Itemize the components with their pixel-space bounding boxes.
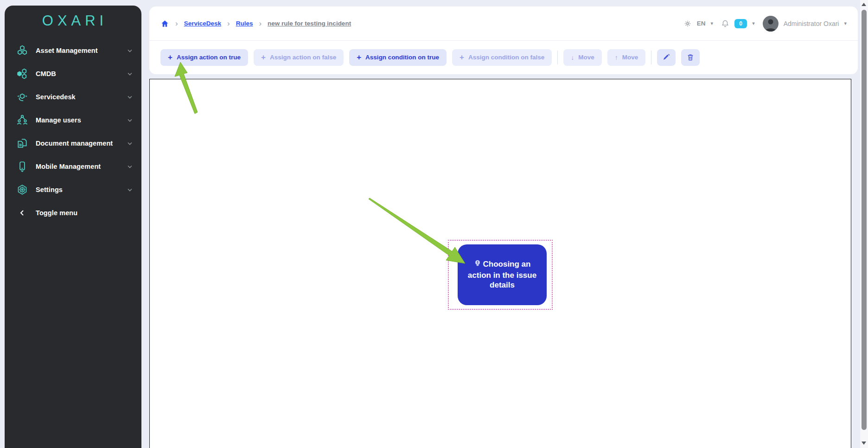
- plus-icon: +: [168, 53, 172, 61]
- sidebar-item-settings[interactable]: Settings: [9, 178, 137, 201]
- sidebar-item-label: Asset Management: [36, 47, 98, 54]
- breadcrumb: › ServiceDesk › Rules › new rule for tes…: [160, 19, 351, 28]
- gear-icon[interactable]: [683, 19, 692, 28]
- assign-action-on-false-button[interactable]: + Assign action on false: [254, 49, 344, 66]
- sidebar-item-cmdb[interactable]: CMDB: [9, 62, 137, 85]
- button-label: Assign action on true: [177, 54, 241, 61]
- chevron-down-icon: [128, 72, 132, 76]
- move-up-button[interactable]: ↑ Move: [607, 49, 646, 66]
- breadcrumb-link-rules[interactable]: Rules: [236, 20, 253, 27]
- avatar[interactable]: [763, 16, 779, 32]
- toggle-menu-button[interactable]: Toggle menu: [9, 201, 137, 224]
- chevron-down-icon: [128, 142, 132, 145]
- user-name[interactable]: Administrator Oxari: [784, 20, 839, 27]
- caret-down-icon[interactable]: ▾: [844, 20, 847, 26]
- document-management-icon: [16, 137, 28, 150]
- breadcrumb-separator: ›: [175, 19, 178, 27]
- assign-action-on-true-button[interactable]: + Assign action on true: [160, 49, 248, 66]
- assign-condition-on-false-button[interactable]: + Assign condition on false: [452, 49, 552, 66]
- sidebar: OXARI Asset Management CMDB: [5, 6, 141, 448]
- breadcrumb-current[interactable]: new rule for testing incident: [268, 20, 351, 27]
- toggle-menu-label: Toggle menu: [36, 209, 77, 217]
- sidebar-item-servicedesk[interactable]: Servicedesk: [9, 85, 137, 109]
- breadcrumb-link-servicedesk[interactable]: ServiceDesk: [184, 20, 221, 27]
- chevron-down-icon: [128, 165, 132, 168]
- plus-icon: +: [460, 53, 464, 61]
- breadcrumb-separator: ›: [259, 19, 262, 27]
- sidebar-item-label: Manage users: [36, 116, 81, 124]
- chevron-left-icon: [16, 207, 28, 219]
- chevron-down-icon: [128, 49, 132, 52]
- arrow-up-icon: ↑: [615, 54, 618, 61]
- settings-icon: [16, 184, 28, 196]
- scrollbar-thumb[interactable]: [862, 10, 867, 430]
- sidebar-item-label: CMDB: [36, 70, 56, 77]
- action-node-text: Choosing an action in the issue details: [464, 259, 540, 290]
- top-card: › ServiceDesk › Rules › new rule for tes…: [149, 6, 858, 74]
- chevron-down-icon: [128, 188, 132, 192]
- manage-users-icon: [16, 114, 28, 127]
- breadcrumb-separator: ›: [227, 19, 230, 27]
- toolbar-divider: [651, 51, 651, 64]
- servicedesk-icon: [16, 91, 28, 103]
- move-down-button[interactable]: ↓ Move: [563, 49, 602, 66]
- scroll-up-arrow[interactable]: [862, 3, 866, 6]
- toolbar-divider: [557, 51, 558, 64]
- assign-condition-on-true-button[interactable]: + Assign condition on true: [349, 49, 447, 66]
- sidebar-item-document-management[interactable]: Document management: [9, 132, 137, 155]
- header-actions: EN ▾ 0 ▾ Administrator Oxari ▾: [683, 16, 847, 32]
- scroll-down-arrow[interactable]: [862, 442, 866, 445]
- sidebar-item-asset-management[interactable]: Asset Management: [9, 39, 137, 62]
- mobile-management-icon: [16, 160, 28, 173]
- bell-icon[interactable]: [721, 19, 729, 28]
- edit-button[interactable]: [657, 49, 676, 66]
- chevron-down-icon: [128, 96, 132, 99]
- language-selector[interactable]: EN: [697, 20, 706, 27]
- toolbar: + Assign action on true + Assign action …: [149, 41, 858, 74]
- delete-button[interactable]: [681, 49, 700, 66]
- breadcrumb-row: › ServiceDesk › Rules › new rule for tes…: [149, 6, 858, 41]
- trash-icon: [687, 53, 694, 61]
- sidebar-item-mobile-management[interactable]: Mobile Management: [9, 155, 137, 178]
- plus-icon: +: [261, 53, 266, 61]
- vertical-scrollbar[interactable]: [860, 0, 868, 448]
- sidebar-item-label: Servicedesk: [36, 93, 76, 101]
- button-label: Assign action on false: [270, 54, 336, 61]
- sidebar-item-label: Settings: [36, 186, 63, 193]
- button-label: Assign condition on false: [468, 54, 544, 61]
- plus-icon: +: [357, 53, 361, 61]
- sidebar-item-label: Document management: [36, 140, 113, 147]
- button-label: Assign condition on true: [365, 54, 439, 61]
- caret-down-icon[interactable]: ▾: [711, 20, 714, 26]
- sidebar-item-label: Mobile Management: [36, 163, 101, 170]
- button-label: Move: [578, 54, 594, 61]
- chevron-down-icon: [128, 119, 132, 122]
- notification-badge[interactable]: 0: [734, 19, 747, 28]
- home-icon[interactable]: [160, 19, 169, 28]
- arrow-down-icon: ↓: [571, 54, 574, 61]
- pencil-icon: [663, 53, 670, 61]
- asset-management-icon: [16, 45, 28, 57]
- button-label: Move: [622, 54, 638, 61]
- sidebar-item-manage-users[interactable]: Manage users: [9, 109, 137, 132]
- sidebar-menu: Asset Management CMDB: [5, 36, 141, 224]
- action-node[interactable]: Choosing an action in the issue details: [458, 244, 547, 305]
- cmdb-icon: [16, 68, 28, 80]
- lightbulb-icon: [474, 260, 481, 270]
- caret-down-icon[interactable]: ▾: [752, 20, 755, 26]
- oxari-logo: OXARI: [5, 6, 141, 36]
